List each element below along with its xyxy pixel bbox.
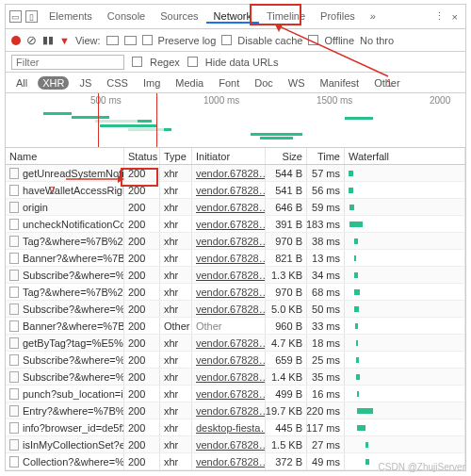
table-row[interactable]: haveWalletAccessRight?uid…200xhrvendor.6… <box>6 182 465 199</box>
timeline-tick: 1500 ms <box>317 95 352 106</box>
type-media[interactable]: Media <box>171 76 208 90</box>
request-name: Banner?&where=%7B%22o… <box>23 253 124 264</box>
initiator-link[interactable]: desktop-fiesta… <box>196 422 266 434</box>
initiator-link[interactable]: vendor.67828… <box>196 304 266 315</box>
preserve-log-checkbox[interactable] <box>142 35 153 45</box>
tab-profiles[interactable]: Profiles <box>313 10 363 22</box>
hide-urls-checkbox[interactable] <box>187 57 198 67</box>
tab-network[interactable]: Network <box>206 10 259 24</box>
tab-console[interactable]: Console <box>100 10 153 22</box>
tab-more[interactable]: » <box>363 5 383 28</box>
initiator-link[interactable]: vendor.67828… <box>196 439 266 451</box>
type-xhr[interactable]: XHR <box>38 76 69 90</box>
cell-waterfall <box>345 369 465 385</box>
cell-waterfall <box>345 419 465 435</box>
table-row[interactable]: info?browser_id=de5f2efd9…200xhrdesktop-… <box>6 419 465 436</box>
inspect-icon[interactable]: ▭ <box>9 10 22 23</box>
table-row[interactable]: getByTag?tag=%E5%89%8D…200xhrvendor.6782… <box>6 335 465 352</box>
cell-time: 25 ms <box>307 352 345 368</box>
initiator-link[interactable]: vendor.67828… <box>196 405 266 417</box>
cell-waterfall <box>345 301 465 317</box>
initiator-link[interactable]: vendor.67828… <box>196 287 266 298</box>
cell-size: 646 B <box>266 199 307 215</box>
initiator-link[interactable]: vendor.67828… <box>196 337 266 349</box>
file-icon <box>9 422 19 434</box>
offline-checkbox[interactable] <box>308 35 318 45</box>
table-row[interactable]: Subscribe?&where=%7B%2…200xhrvendor.6782… <box>6 267 465 284</box>
col-status[interactable]: Status <box>124 148 160 164</box>
table-row[interactable]: Subscribe?&where=%7B%2…200xhrvendor.6782… <box>6 301 465 318</box>
cell-status: 200 <box>124 250 160 266</box>
file-icon <box>9 304 19 315</box>
col-initiator[interactable]: Initiator <box>192 148 266 164</box>
timeline-overview[interactable]: 500 ms1000 ms1500 ms2000 <box>6 93 465 148</box>
initiator-link[interactable]: vendor.67828… <box>196 236 266 247</box>
request-name: Subscribe?&where=%7B%2… <box>23 354 124 366</box>
table-row[interactable]: Subscribe?&where=%7B%2…200xhrvendor.6782… <box>6 352 465 369</box>
request-name: Subscribe?&where=%7B%2… <box>23 304 124 315</box>
file-icon <box>9 168 19 179</box>
filter-icon[interactable]: ▼ <box>59 35 70 46</box>
type-doc[interactable]: Doc <box>250 76 278 90</box>
type-ws[interactable]: WS <box>284 76 310 90</box>
initiator-link[interactable]: vendor.67828… <box>196 185 266 196</box>
hide-urls-label: Hide data URLs <box>205 57 279 68</box>
cell-status: 200 <box>124 199 160 215</box>
file-icon <box>9 202 19 213</box>
close-icon[interactable]: × <box>448 11 462 23</box>
tab-sources[interactable]: Sources <box>153 10 205 22</box>
view-grid-icon[interactable] <box>124 36 137 45</box>
tab-elements[interactable]: Elements <box>41 10 100 22</box>
view-list-icon[interactable] <box>106 36 119 45</box>
col-waterfall[interactable]: Waterfall <box>345 148 465 164</box>
clear-icon[interactable]: ⊘ <box>26 33 37 47</box>
settings-icon[interactable]: ⋮ <box>430 10 448 23</box>
cell-initiator: vendor.67828… <box>192 216 266 232</box>
request-name: Subscribe?&where=%7B%2… <box>23 270 124 281</box>
initiator-link[interactable]: vendor.67828… <box>196 168 266 179</box>
table-row[interactable]: Banner?&where=%7B%22o…200OtherOther960 B… <box>6 318 465 335</box>
type-js[interactable]: JS <box>74 76 96 90</box>
type-manifest[interactable]: Manifest <box>316 76 365 90</box>
table-row[interactable]: Banner?&where=%7B%22o…200xhrvendor.67828… <box>6 250 465 267</box>
initiator-link[interactable]: vendor.67828… <box>196 354 266 366</box>
table-row[interactable]: origin200xhrvendor.67828…646 B59 ms <box>6 199 465 216</box>
initiator-link[interactable]: vendor.67828… <box>196 371 266 383</box>
record-icon[interactable] <box>11 36 21 45</box>
col-time[interactable]: Time <box>307 148 345 164</box>
grid-body: getUnreadSystemNotificatio…200xhrvendor.… <box>6 165 465 470</box>
initiator-link[interactable]: vendor.67828… <box>196 253 266 264</box>
type-font[interactable]: Font <box>214 76 244 90</box>
table-row[interactable]: punch?sub_location=index&…200xhrvendor.6… <box>6 386 465 402</box>
table-row[interactable]: Tag?&where=%7B%22objec…200xhrvendor.6782… <box>6 233 465 250</box>
cell-type: xhr <box>160 369 192 385</box>
type-all[interactable]: All <box>11 76 32 90</box>
throttle-label[interactable]: No thro <box>360 35 394 46</box>
table-row[interactable]: uncheckNotificationCount200xhrvendor.678… <box>6 216 465 233</box>
device-icon[interactable]: ▯ <box>25 10 38 23</box>
disable-cache-checkbox[interactable] <box>221 35 232 45</box>
col-size[interactable]: Size <box>266 148 307 164</box>
camera-icon[interactable]: ▮▮ <box>42 34 54 46</box>
type-other[interactable]: Other <box>369 76 405 90</box>
type-img[interactable]: Img <box>138 76 165 90</box>
regex-checkbox[interactable] <box>132 57 142 67</box>
initiator-link[interactable]: vendor.67828… <box>196 388 266 400</box>
initiator-link[interactable]: vendor.67828… <box>196 270 266 281</box>
tab-timeline[interactable]: Timeline <box>259 10 313 22</box>
initiator-link[interactable]: vendor.67828… <box>196 202 266 213</box>
table-row[interactable]: Entry?&where=%7B%22typ…200xhrvendor.6782… <box>6 402 465 419</box>
col-name[interactable]: Name <box>6 148 124 164</box>
type-css[interactable]: CSS <box>102 76 133 90</box>
table-row[interactable]: getUnreadSystemNotificatio…200xhrvendor.… <box>6 165 465 182</box>
request-name: uncheckNotificationCount <box>23 219 124 230</box>
initiator-link[interactable]: vendor.67828… <box>196 219 266 230</box>
table-row[interactable]: isInMyCollectionSet?entryId…200xhrvendor… <box>6 436 465 453</box>
initiator-link[interactable]: vendor.67828… <box>196 456 266 468</box>
table-row[interactable]: Subscribe?&where=%7B%2…200xhrvendor.6782… <box>6 369 465 386</box>
table-row[interactable]: Tag?&where=%7B%22objec…200xhrvendor.6782… <box>6 284 465 301</box>
col-type[interactable]: Type <box>160 148 192 164</box>
cell-status: 200 <box>124 436 160 452</box>
filter-input[interactable] <box>11 55 124 70</box>
cell-type: xhr <box>160 267 192 283</box>
